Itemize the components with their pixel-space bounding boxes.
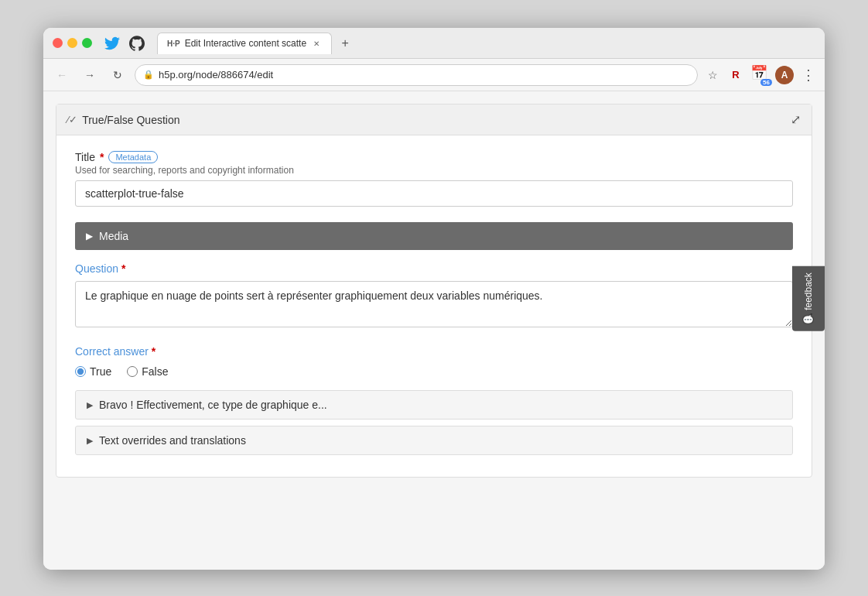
address-bar: ← → ↻ 🔒 h5p.org/node/886674/edit ☆ R 📅 5… — [43, 59, 825, 91]
true-radio[interactable] — [75, 366, 86, 377]
tab-close-button[interactable]: ✕ — [311, 38, 322, 49]
media-label: Media — [99, 230, 128, 242]
page-content: ⁄✓ True/False Question ⤢ Title * Metadat… — [43, 91, 825, 570]
feedback-icon: 💬 — [803, 313, 814, 325]
question-label: Question * — [75, 262, 793, 275]
media-collapsible[interactable]: ▶ Media — [75, 222, 793, 250]
panel-body: Title * Metadata Used for searching, rep… — [56, 135, 812, 477]
title-required-star: * — [100, 151, 104, 163]
url-bar[interactable]: 🔒 h5p.org/node/886674/edit — [135, 64, 698, 86]
twitter-icon[interactable] — [104, 36, 120, 51]
lock-icon: 🔒 — [143, 70, 154, 80]
title-bar: H·P Edit Interactive content scatte ✕ + — [43, 28, 825, 59]
expand-icon[interactable]: ⤢ — [791, 112, 801, 127]
title-hint: Used for searching, reports and copyrigh… — [75, 165, 793, 176]
more-options-icon[interactable]: ⋮ — [800, 67, 817, 84]
user-avatar[interactable]: A — [775, 66, 794, 84]
rakuten-icon[interactable]: R — [727, 67, 744, 84]
star-icon[interactable]: ☆ — [704, 67, 721, 84]
browser-window: H·P Edit Interactive content scatte ✕ + … — [43, 28, 825, 570]
back-button[interactable]: ← — [51, 64, 73, 86]
answer-radio-group: True False — [75, 365, 793, 378]
correct-answer-section: Correct answer * — [75, 345, 793, 358]
question-textarea[interactable]: Le graphique en nuage de points sert à r… — [75, 281, 793, 327]
title-field-label: Title * Metadata — [75, 151, 793, 163]
bravo-collapsible[interactable]: ▶ Bravo ! Effectivement, ce type de grap… — [75, 390, 793, 420]
active-tab[interactable]: H·P Edit Interactive content scatte ✕ — [157, 33, 332, 54]
title-input[interactable] — [75, 180, 793, 207]
feedback-tab[interactable]: 💬 feedback — [792, 266, 825, 331]
feedback-label: feedback — [803, 272, 814, 310]
github-icon[interactable] — [129, 36, 145, 51]
translations-arrow-icon: ▶ — [87, 436, 93, 446]
true-label: True — [90, 365, 111, 378]
translations-collapsible[interactable]: ▶ Text overrides and translations — [75, 426, 793, 455]
title-label-text: Title — [75, 151, 95, 163]
maximize-button[interactable] — [82, 38, 92, 48]
correct-answer-label-text: Correct answer — [75, 345, 149, 358]
translations-label: Text overrides and translations — [99, 434, 246, 447]
panel-title: True/False Question — [82, 114, 179, 126]
reload-button[interactable]: ↻ — [107, 64, 128, 86]
false-option[interactable]: False — [127, 365, 168, 378]
calendar-badge: 56 — [760, 79, 772, 86]
minimize-button[interactable] — [67, 38, 77, 48]
media-arrow-icon: ▶ — [86, 231, 93, 241]
correct-answer-required-star: * — [152, 345, 155, 358]
toolbar-icons — [104, 36, 145, 51]
bravo-arrow-icon: ▶ — [87, 400, 93, 410]
false-radio[interactable] — [127, 366, 138, 377]
tab-area: H·P Edit Interactive content scatte ✕ + — [157, 33, 815, 54]
bravo-label: Bravo ! Effectivement, ce type de graphi… — [99, 399, 327, 411]
url-text: h5p.org/node/886674/edit — [159, 69, 689, 80]
traffic-lights — [53, 38, 92, 48]
h5p-tab-icon: H·P — [167, 39, 180, 48]
calendar-icon[interactable]: 📅 56 — [750, 66, 769, 84]
address-bar-actions: ☆ R 📅 56 A ⋮ — [704, 66, 817, 84]
panel-header: ⁄✓ True/False Question ⤢ — [56, 104, 812, 135]
question-field-group: Question * Le graphique en nuage de poin… — [75, 262, 793, 330]
editor-panel: ⁄✓ True/False Question ⤢ Title * Metadat… — [56, 104, 812, 478]
panel-header-title: ⁄✓ True/False Question — [67, 114, 180, 126]
true-false-icon: ⁄✓ — [67, 114, 77, 125]
metadata-badge[interactable]: Metadata — [108, 151, 158, 163]
feedback-tab-container: 💬 feedback — [792, 266, 825, 331]
tab-title: Edit Interactive content scatte — [185, 38, 306, 49]
close-button[interactable] — [53, 38, 63, 48]
new-tab-button[interactable]: + — [335, 33, 355, 53]
title-field-group: Title * Metadata Used for searching, rep… — [75, 151, 793, 207]
forward-button[interactable]: → — [79, 64, 101, 86]
question-required-star: * — [121, 262, 125, 275]
true-option[interactable]: True — [75, 365, 111, 378]
false-label: False — [142, 365, 168, 378]
